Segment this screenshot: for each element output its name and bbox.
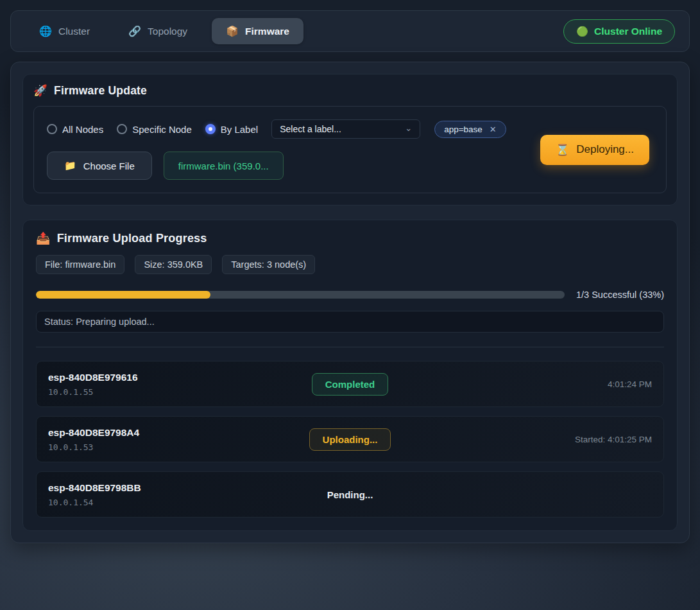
choose-file-button[interactable]: 📁 Choose File xyxy=(47,152,152,180)
radio-circle-icon xyxy=(47,124,57,134)
node-identity: esp-840D8E979616 10.0.1.55 xyxy=(48,372,312,397)
remove-tag-icon[interactable]: ✕ xyxy=(490,125,497,134)
node-ip: 10.0.1.55 xyxy=(48,387,312,397)
tab-topology-label: Topology xyxy=(148,26,187,37)
node-row-2: esp-840D8E9798A4 10.0.1.53 Uploading... … xyxy=(36,416,664,462)
globe-icon: 🌐 xyxy=(39,25,52,37)
progress-summary-label: 1/3 Successful (33%) xyxy=(576,290,664,300)
green-circle-icon: 🟢 xyxy=(576,26,588,37)
section-divider xyxy=(36,347,664,347)
hourglass-icon: ⌛ xyxy=(556,143,569,157)
node-name: esp-840D8E9798A4 xyxy=(48,427,309,439)
upload-progress-card: 📤 Firmware Upload Progress File: firmwar… xyxy=(22,220,678,531)
node-timestamp: Started: 4:01:25 PM xyxy=(391,435,652,444)
nav-tabs: 🌐 Cluster 🔗 Topology 📦 Firmware xyxy=(25,18,563,44)
cluster-online-label: Cluster Online xyxy=(594,26,662,37)
status-text-pending: Pending... xyxy=(327,484,373,505)
update-controls-left: All Nodes Specific Node By Label Select … xyxy=(47,119,506,180)
target-options-row: All Nodes Specific Node By Label Select … xyxy=(47,119,506,139)
node-row-1: esp-840D8E979616 10.0.1.55 Completed 4:0… xyxy=(36,361,664,407)
radio-circle-icon xyxy=(117,124,127,134)
file-row: 📁 Choose File firmware.bin (359.0... xyxy=(47,152,506,180)
tab-firmware[interactable]: 📦 Firmware xyxy=(212,18,303,44)
chevron-down-icon: ⌄ xyxy=(405,123,412,133)
deploy-button[interactable]: ⌛ Deploying... xyxy=(540,135,649,165)
deploy-button-label: Deploying... xyxy=(576,143,634,156)
main-container: 🚀 Firmware Update All Nodes Specific Nod… xyxy=(10,62,690,543)
node-ip: 10.0.1.53 xyxy=(48,442,309,452)
radio-specific-node[interactable]: Specific Node xyxy=(117,124,192,135)
tab-firmware-label: Firmware xyxy=(245,26,289,37)
label-select-placeholder: Select a label... xyxy=(280,124,341,134)
label-tag-app-base: app=base ✕ xyxy=(434,121,506,138)
rocket-icon: 🚀 xyxy=(33,84,47,98)
radio-by-label-label: By Label xyxy=(221,124,258,135)
firmware-update-card: 🚀 Firmware Update All Nodes Specific Nod… xyxy=(22,74,678,205)
radio-all-nodes-label: All Nodes xyxy=(62,124,103,135)
selected-file-name: firmware.bin (359.0... xyxy=(178,161,269,171)
update-controls-box: All Nodes Specific Node By Label Select … xyxy=(33,106,667,193)
firmware-update-title-text: Firmware Update xyxy=(54,84,147,98)
tab-topology[interactable]: 🔗 Topology xyxy=(114,18,201,44)
progress-bar-track xyxy=(36,291,565,299)
node-ip: 10.0.1.54 xyxy=(48,498,327,507)
tab-cluster-label: Cluster xyxy=(58,26,90,37)
node-timestamp: 4:01:24 PM xyxy=(388,379,652,389)
meta-targets-badge: Targets: 3 node(s) xyxy=(222,255,315,274)
outbox-tray-icon: 📤 xyxy=(36,231,51,245)
progress-fill xyxy=(36,291,210,299)
progress-row: 1/3 Successful (33%) xyxy=(36,290,664,300)
node-identity: esp-840D8E9798A4 10.0.1.53 xyxy=(48,427,309,452)
node-name: esp-840D8E979616 xyxy=(48,372,312,383)
node-row-3: esp-840D8E9798BB 10.0.1.54 Pending... xyxy=(36,471,664,518)
upload-progress-title-text: Firmware Upload Progress xyxy=(57,232,207,245)
choose-file-label: Choose File xyxy=(83,161,135,171)
meta-file-badge: File: firmware.bin xyxy=(36,255,124,274)
cluster-online-badge: 🟢 Cluster Online xyxy=(563,19,675,44)
selected-file-chip: firmware.bin (359.0... xyxy=(164,152,284,180)
tab-cluster[interactable]: 🌐 Cluster xyxy=(25,18,104,44)
radio-circle-icon xyxy=(205,124,216,134)
status-badge-uploading: Uploading... xyxy=(309,428,391,451)
upload-meta-row: File: firmware.bin Size: 359.0KB Targets… xyxy=(36,255,664,274)
radio-specific-node-label: Specific Node xyxy=(132,124,192,135)
label-select-dropdown[interactable]: Select a label... ⌄ xyxy=(271,119,420,139)
upload-progress-title: 📤 Firmware Upload Progress xyxy=(36,231,664,245)
node-name: esp-840D8E9798BB xyxy=(48,482,327,494)
radio-all-nodes[interactable]: All Nodes xyxy=(47,124,103,135)
link-icon: 🔗 xyxy=(128,25,141,37)
firmware-update-title: 🚀 Firmware Update xyxy=(33,84,667,98)
status-badge-completed: Completed xyxy=(312,373,389,396)
upload-status-box: Status: Preparing upload... xyxy=(36,311,664,333)
radio-by-label[interactable]: By Label xyxy=(205,124,258,135)
top-navigation-bar: 🌐 Cluster 🔗 Topology 📦 Firmware 🟢 Cluste… xyxy=(10,10,690,52)
label-tag-text: app=base xyxy=(444,125,482,134)
package-icon: 📦 xyxy=(226,25,239,37)
folder-icon: 📁 xyxy=(64,160,76,171)
node-identity: esp-840D8E9798BB 10.0.1.54 xyxy=(48,482,327,507)
meta-size-badge: Size: 359.0KB xyxy=(135,255,212,274)
upload-status-text: Status: Preparing upload... xyxy=(44,317,155,327)
